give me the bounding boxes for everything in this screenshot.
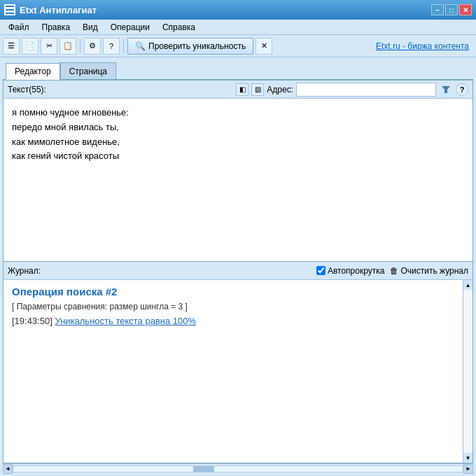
toolbar-settings-btn[interactable]: ⚙ (84, 38, 101, 55)
scroll-down-arrow[interactable]: ▼ (463, 453, 472, 463)
filter-btn[interactable] (439, 83, 453, 97)
text-line-4: как гений чистой красоты (12, 149, 464, 164)
addr-btn-2[interactable]: ▧ (251, 83, 264, 96)
scroll-track (463, 290, 472, 453)
title-bar-left: Etxt Антиплагиат (4, 4, 97, 15)
clear-journal-button[interactable]: 🗑 Очистить журнал (390, 266, 468, 276)
address-label: Адрес: (267, 85, 293, 94)
toolbar-left: ☰ 📄 ✂ 📋 ⚙ ? 🔍 Проверить уникальность ✕ (3, 38, 272, 55)
editor-label: Текст(55): (8, 85, 46, 94)
app-icon (4, 4, 15, 15)
title-bar: Etxt Антиплагиат − □ ✕ (0, 0, 476, 20)
toolbar-separator (80, 39, 80, 53)
clear-label: Очистить журнал (400, 266, 468, 276)
app-title: Etxt Антиплагиат (20, 5, 97, 15)
journal-label: Журнал: (8, 266, 41, 276)
etxt-link[interactable]: Etxt.ru - биржа контента (376, 41, 469, 51)
autoscroll-label: Автопрокрутка (328, 266, 384, 276)
h-scroll-left[interactable]: ◄ (3, 464, 13, 474)
autoscroll-input[interactable] (316, 266, 326, 275)
close-button[interactable]: ✕ (459, 4, 472, 15)
check-button-label: Проверить уникальность (148, 41, 246, 51)
journal-content: Операция поиска #2 [ Параметры сравнения… (4, 280, 472, 463)
journal-panel: Журнал: Автопрокрутка 🗑 Очистить журнал … (3, 262, 473, 463)
h-scroll-thumb[interactable] (193, 466, 214, 472)
journal-toolbar-right: Автопрокрутка 🗑 Очистить журнал (316, 266, 468, 276)
journal-scrollbar[interactable]: ▲ ▼ (463, 280, 472, 463)
main-container: Редактор Страница Текст(55): ◧ ▧ Адрес: (0, 57, 476, 476)
editor-content[interactable]: я помню чудное мгновенье: передо мной яв… (4, 99, 472, 261)
menu-ops[interactable]: Операции (105, 21, 155, 34)
tab-page[interactable]: Страница (60, 62, 116, 79)
editor-toolbar: Текст(55): ◧ ▧ Адрес: ? (4, 80, 472, 99)
toolbar-separator2 (123, 39, 124, 53)
editor-panel: Текст(55): ◧ ▧ Адрес: ? я помню чудное м… (3, 80, 473, 262)
journal-params: [ Параметры сравнения: размер шингла = 3… (12, 302, 458, 312)
text-line-3: как мимолетное виденье, (12, 135, 464, 150)
help-icon-btn[interactable]: ? (456, 83, 468, 96)
result-link[interactable]: Уникальность текста равна 100% (55, 316, 196, 326)
text-line-2: передо мной явилась ты, (12, 120, 464, 135)
toolbar-cut-btn[interactable]: ✂ (41, 38, 57, 55)
autoscroll-checkbox[interactable]: Автопрокрутка (316, 266, 384, 276)
minimize-button[interactable]: − (431, 4, 444, 15)
journal-op-title: Операция поиска #2 (12, 286, 458, 298)
svg-marker-0 (442, 86, 450, 93)
menu-edit[interactable]: Правка (36, 21, 76, 34)
journal-toolbar: Журнал: Автопрокрутка 🗑 Очистить журнал (4, 262, 472, 280)
maximize-button[interactable]: □ (445, 4, 458, 15)
tabs-container: Редактор Страница (3, 60, 473, 80)
address-input[interactable] (296, 83, 436, 97)
horizontal-scrollbar[interactable]: ◄ ► (3, 463, 473, 473)
result-time: [19:43:50] (12, 316, 52, 326)
journal-result: [19:43:50] Уникальность текста равна 100… (12, 316, 458, 326)
menu-bar: Файл Правка Вид Операции Справка (0, 20, 476, 35)
title-bar-controls: − □ ✕ (431, 4, 472, 15)
tab-editor[interactable]: Редактор (6, 63, 60, 80)
toolbar-new-btn[interactable]: 📄 (22, 38, 38, 55)
check-uniqueness-button[interactable]: 🔍 Проверить уникальность (127, 38, 253, 55)
menu-view[interactable]: Вид (77, 21, 104, 34)
scroll-up-arrow[interactable]: ▲ (463, 280, 472, 290)
h-scroll-right[interactable]: ► (463, 464, 473, 474)
panels-wrapper: Редактор Страница Текст(55): ◧ ▧ Адрес: (0, 57, 476, 476)
toolbar-copy-btn[interactable]: 📋 (59, 38, 76, 55)
menu-help[interactable]: Справка (157, 21, 201, 34)
toolbar-menu-btn[interactable]: ☰ (3, 38, 20, 55)
h-scroll-track[interactable] (13, 465, 463, 472)
toolbar-help-btn[interactable]: ? (103, 38, 120, 55)
check-icon: 🔍 (135, 41, 146, 51)
menu-file[interactable]: Файл (3, 21, 35, 34)
toolbar: ☰ 📄 ✂ 📋 ⚙ ? 🔍 Проверить уникальность ✕ E… (0, 35, 476, 57)
text-line-1: я помню чудное мгновенье: (12, 106, 464, 120)
editor-toolbar-right: ◧ ▧ Адрес: ? (236, 83, 468, 97)
toolbar-close-btn[interactable]: ✕ (255, 38, 272, 55)
addr-btn-1[interactable]: ◧ (236, 83, 248, 96)
clear-icon: 🗑 (390, 266, 398, 276)
